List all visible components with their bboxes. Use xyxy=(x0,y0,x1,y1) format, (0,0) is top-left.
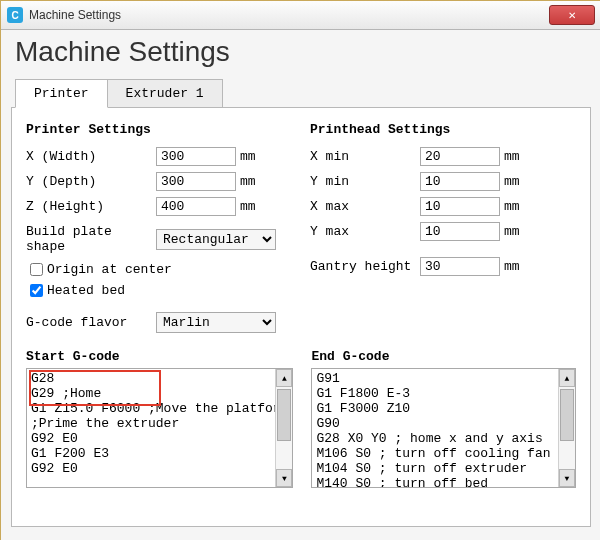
origin-label: Origin at center xyxy=(47,262,172,277)
z-height-unit: mm xyxy=(236,199,270,214)
scroll-down-icon[interactable]: ▼ xyxy=(276,469,292,487)
printer-settings-heading: Printer Settings xyxy=(26,122,292,137)
printhead-settings-heading: Printhead Settings xyxy=(310,122,576,137)
titlebar: C Machine Settings ✕ xyxy=(1,1,600,30)
ymax-unit: mm xyxy=(500,224,534,239)
x-width-input[interactable] xyxy=(156,147,236,166)
z-height-input[interactable] xyxy=(156,197,236,216)
scroll-thumb[interactable] xyxy=(560,389,574,441)
window-body: Machine Settings Printer Extruder 1 Prin… xyxy=(1,30,600,540)
gantry-unit: mm xyxy=(500,259,534,274)
scroll-down-icon[interactable]: ▼ xyxy=(559,469,575,487)
heated-checkbox[interactable] xyxy=(30,284,43,297)
heated-label: Heated bed xyxy=(47,283,125,298)
xmin-input[interactable] xyxy=(420,147,500,166)
tab-panel: Printer Settings X (Width) mm Y (Depth) … xyxy=(11,107,591,527)
printhead-settings-col: Printhead Settings X min mm Y min mm X m… xyxy=(310,118,576,339)
ymax-label: Y max xyxy=(310,224,420,239)
scroll-up-icon[interactable]: ▲ xyxy=(276,369,292,387)
xmin-unit: mm xyxy=(500,149,534,164)
window-title: Machine Settings xyxy=(29,8,549,22)
gantry-label: Gantry height xyxy=(310,259,420,274)
xmax-input[interactable] xyxy=(420,197,500,216)
end-gcode-scrollbar[interactable]: ▲ ▼ xyxy=(558,369,575,487)
start-gcode-text[interactable]: G28 G29 ;Home G1 Z15.0 F6000 ;Move the p… xyxy=(27,369,292,478)
y-depth-label: Y (Depth) xyxy=(26,174,156,189)
end-gcode-heading: End G-code xyxy=(311,349,576,364)
gantry-input[interactable] xyxy=(420,257,500,276)
tabs: Printer Extruder 1 xyxy=(15,78,591,107)
xmin-label: X min xyxy=(310,149,420,164)
start-gcode-heading: Start G-code xyxy=(26,349,293,364)
z-height-label: Z (Height) xyxy=(26,199,156,214)
tab-extruder-1[interactable]: Extruder 1 xyxy=(107,79,223,108)
ymin-input[interactable] xyxy=(420,172,500,191)
y-depth-unit: mm xyxy=(236,174,270,189)
scroll-up-icon[interactable]: ▲ xyxy=(559,369,575,387)
ymax-input[interactable] xyxy=(420,222,500,241)
printer-settings-col: Printer Settings X (Width) mm Y (Depth) … xyxy=(26,118,292,339)
scroll-thumb[interactable] xyxy=(277,389,291,441)
end-gcode-text[interactable]: G91 G1 F1800 E-3 G1 F3000 Z10 G90 G28 X0… xyxy=(312,369,575,488)
close-button[interactable]: ✕ xyxy=(549,5,595,25)
x-width-label: X (Width) xyxy=(26,149,156,164)
ymin-label: Y min xyxy=(310,174,420,189)
gcode-flavor-select[interactable]: Marlin xyxy=(156,312,276,333)
origin-checkbox[interactable] xyxy=(30,263,43,276)
gcode-flavor-label: G-code flavor xyxy=(26,315,156,330)
xmax-label: X max xyxy=(310,199,420,214)
ymin-unit: mm xyxy=(500,174,534,189)
x-width-unit: mm xyxy=(236,149,270,164)
start-gcode-box[interactable]: G28 G29 ;Home G1 Z15.0 F6000 ;Move the p… xyxy=(26,368,293,488)
xmax-unit: mm xyxy=(500,199,534,214)
close-icon: ✕ xyxy=(568,10,576,21)
page-title: Machine Settings xyxy=(15,36,591,68)
plate-shape-select[interactable]: Rectangular xyxy=(156,229,276,250)
app-icon: C xyxy=(7,7,23,23)
tab-printer[interactable]: Printer xyxy=(15,79,108,108)
start-gcode-scrollbar[interactable]: ▲ ▼ xyxy=(275,369,292,487)
y-depth-input[interactable] xyxy=(156,172,236,191)
end-gcode-box[interactable]: G91 G1 F1800 E-3 G1 F3000 Z10 G90 G28 X0… xyxy=(311,368,576,488)
plate-shape-label: Build plate shape xyxy=(26,224,156,254)
